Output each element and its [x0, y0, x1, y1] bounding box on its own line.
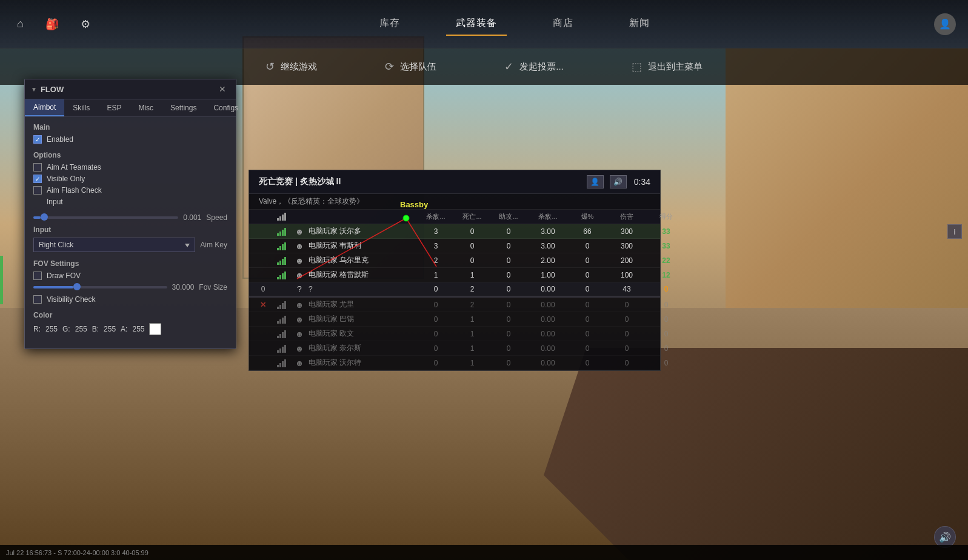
- enabled-checkbox[interactable]: [33, 135, 42, 144]
- tab-misc[interactable]: Misc: [130, 99, 162, 116]
- cell-score: 0: [648, 330, 684, 338]
- tab-esp[interactable]: ESP: [98, 99, 130, 116]
- visibility-check-label: Visibility Check: [47, 295, 95, 304]
- vote-button[interactable]: ✓ 发起投票...: [495, 55, 573, 78]
- cell-score: 0: [648, 315, 684, 324]
- table-row: ☻ 电脑玩家 沃尔多 3 0 0 3.00 66 300 33: [249, 224, 660, 239]
- cell-kills: 3: [418, 227, 454, 236]
- cell-damage: 0: [606, 359, 648, 367]
- nav-item-store[interactable]: 商店: [543, 12, 583, 36]
- cell-damage: 0: [606, 315, 648, 324]
- settings-icon[interactable]: ⚙: [76, 13, 95, 36]
- cell-assists: 0: [490, 271, 527, 279]
- table-row: ☻ 电脑玩家 韦斯利 3 0 0 3.00 0 300 33: [249, 239, 660, 253]
- home-icon[interactable]: ⌂: [12, 13, 28, 35]
- cell-deaths: 1: [454, 330, 490, 338]
- col-assists: 助攻...: [490, 212, 527, 221]
- aim-teammates-row: Aim At Teamates: [33, 163, 227, 172]
- nav-item-loadout[interactable]: 武器装备: [446, 12, 507, 36]
- cell-name: 电脑玩家 沃尔特: [309, 358, 418, 368]
- cell-signal: [272, 330, 290, 338]
- aim-key-dropdown[interactable]: Right Click: [33, 238, 195, 252]
- aim-teammates-checkbox[interactable]: [33, 163, 42, 172]
- table-row: ☻ 电脑玩家 沃尔特 0 1 0 0.00 0 0 0: [249, 356, 660, 370]
- cell-kills: 0: [418, 285, 454, 293]
- color-b-label: B:: [92, 325, 99, 333]
- cell-kills: 0: [418, 315, 454, 324]
- tab-skills[interactable]: Skills: [64, 99, 98, 116]
- nav-item-news[interactable]: 新闻: [619, 12, 659, 36]
- cell-kd: 0.00: [527, 344, 569, 353]
- aim-key-value: Right Click: [39, 241, 73, 249]
- cell-icon: ☻: [290, 300, 309, 310]
- cell-hs: 0: [569, 344, 606, 353]
- cell-icon: ☻: [290, 270, 309, 280]
- cell-name: 电脑玩家 巴锡: [309, 314, 418, 324]
- cell-signal: [272, 315, 290, 324]
- score-ctrl-sound[interactable]: 🔊: [610, 175, 627, 188]
- cell-signal: [272, 227, 290, 236]
- continue-game-button[interactable]: ↺ 继续游戏: [256, 55, 327, 78]
- tab-aimbot[interactable]: Aimbot: [25, 99, 64, 116]
- options-section-label: Options: [33, 151, 227, 159]
- color-r-label: R:: [33, 325, 41, 333]
- tab-settings[interactable]: Settings: [162, 99, 205, 116]
- cell-damage: 43: [606, 285, 648, 293]
- panel-close-button[interactable]: ✕: [215, 83, 230, 95]
- cell-assists: 0: [490, 330, 527, 338]
- cell-damage: 300: [606, 242, 648, 250]
- select-team-label: 选择队伍: [400, 61, 436, 73]
- inventory-icon[interactable]: 🎒: [41, 13, 64, 36]
- cell-hs: 0: [569, 242, 606, 250]
- speed-value: 0.001: [183, 213, 201, 222]
- draw-fov-checkbox[interactable]: [33, 272, 42, 280]
- cell-damage: 200: [606, 256, 648, 265]
- cell-icon: ?: [290, 284, 309, 294]
- cell-icon: ☻: [290, 358, 309, 368]
- score-title: 死亡竞赛 | 炙热沙城 II: [259, 176, 341, 187]
- cell-kd: 0.00: [527, 285, 569, 293]
- info-button[interactable]: i: [947, 224, 962, 239]
- bottom-status-text: Jul 22 16:56:73 - S 72:00-24-00:00 3:0 4…: [6, 549, 149, 556]
- cell-damage: 100: [606, 271, 648, 279]
- enabled-row: Enabled: [33, 135, 227, 144]
- cell-hs: 0: [569, 330, 606, 338]
- panel-titlebar[interactable]: ▼ FLOW ✕: [25, 79, 236, 99]
- cell-assists: 0: [490, 242, 527, 250]
- cell-kills: 0: [418, 330, 454, 338]
- color-a-label: A:: [121, 325, 127, 333]
- side-indicator: [0, 256, 3, 304]
- aim-flash-checkbox[interactable]: [33, 186, 42, 195]
- speed-label: Speed: [206, 213, 227, 222]
- visibility-check-checkbox[interactable]: [33, 295, 42, 304]
- score-time: 0:34: [634, 177, 650, 187]
- speed-slider[interactable]: [33, 216, 178, 219]
- cell-score: 12: [648, 271, 684, 279]
- table-row: ☻ 电脑玩家 奈尔斯 0 1 0 0.00 0 0 0: [249, 341, 660, 356]
- visible-only-checkbox[interactable]: [33, 175, 42, 183]
- nav-item-inventory[interactable]: 库存: [370, 12, 410, 36]
- select-team-button[interactable]: ⟳ 选择队伍: [375, 55, 446, 78]
- fov-size-slider[interactable]: [33, 286, 167, 288]
- cell-score: 33: [648, 227, 684, 236]
- quit-button[interactable]: ⬚ 退出到主菜单: [622, 55, 712, 78]
- options-section: Options Aim At Teamates Visible Only Aim…: [33, 151, 227, 206]
- color-a-value: 255: [132, 325, 144, 333]
- draw-fov-label: Draw FOV: [47, 272, 81, 280]
- score-ctrl-profile[interactable]: 👤: [587, 175, 604, 188]
- fov-size-label: Fov Size: [199, 283, 227, 292]
- color-r-value: 255: [45, 325, 58, 333]
- cell-kills: 1: [418, 271, 454, 279]
- cell-icon: ☻: [290, 241, 309, 251]
- player-hands: [544, 348, 968, 560]
- input-label-row: Input: [33, 198, 227, 206]
- color-preview[interactable]: [149, 323, 161, 335]
- cell-hs: 0: [569, 271, 606, 279]
- cell-name: 电脑玩家 尤里: [309, 299, 418, 310]
- user-avatar[interactable]: 👤: [934, 13, 956, 35]
- fov-section: FOV Settings Draw FOV 30.000 Fov Size Vi…: [33, 259, 227, 304]
- cell-signal: [272, 301, 290, 309]
- cell-name: 电脑玩家 沃尔多: [309, 226, 418, 236]
- tab-configs[interactable]: Configs: [205, 99, 247, 116]
- cell-icon: ☻: [290, 315, 309, 324]
